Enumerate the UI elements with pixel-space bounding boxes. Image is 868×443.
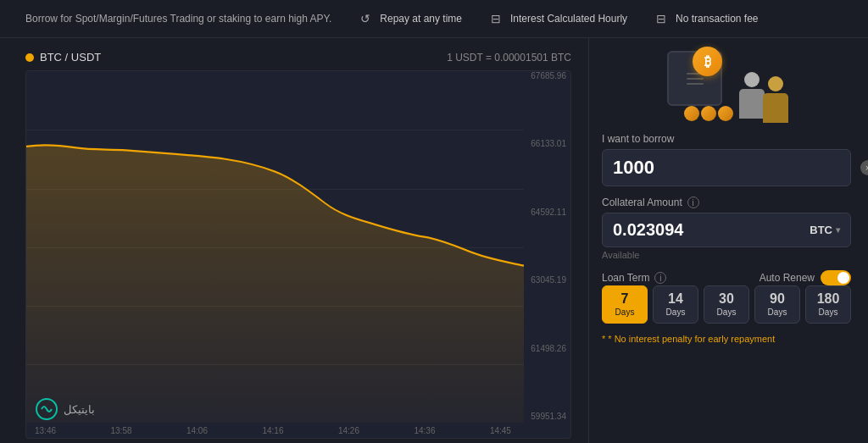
feature-no-fee: ⊟ No transaction fee	[653, 10, 758, 27]
x-label-7: 14:45	[490, 426, 511, 435]
loan-term-left: Loan Term i	[602, 272, 666, 284]
hourly-icon: ⊟	[487, 10, 504, 27]
pair-label: BTC / USDT	[25, 51, 101, 64]
y-label-2: 66133.01	[531, 139, 566, 148]
day-label-7: Days	[615, 307, 635, 317]
x-label-4: 14:16	[262, 426, 283, 435]
chart-x-labels: 13:46 13:58 14:06 14:16 14:26 14:36 14:4…	[35, 426, 511, 435]
pair-dot	[25, 53, 34, 62]
coin-3	[718, 106, 733, 121]
days-row: 7 Days 14 Days 30 Days 90 Days 180 Day	[602, 285, 851, 324]
toggle-knob	[837, 272, 849, 284]
borrow-amount-input[interactable]	[613, 157, 854, 179]
repay-icon: ↺	[357, 10, 374, 27]
gold-figure-body	[763, 93, 788, 123]
day-num-90: 90	[770, 292, 785, 306]
day-btn-14[interactable]: 14 Days	[653, 285, 698, 324]
y-label-4: 63045.19	[531, 275, 566, 285]
auto-renew-right: Auto Renew	[760, 270, 851, 285]
feature-repay-label: Repay at any time	[380, 13, 462, 25]
x-label-2: 13:58	[110, 426, 131, 435]
collateral-dropdown-arrow: ▾	[836, 225, 840, 235]
coins-pile	[684, 106, 733, 121]
loan-term-section: Loan Term i Auto Renew 7 Days 14 Day	[602, 270, 851, 324]
day-label-180: Days	[819, 307, 838, 317]
illustration: ₿	[602, 47, 851, 123]
feature-hourly: ⊟ Interest Calculated Hourly	[487, 10, 627, 27]
day-num-30: 30	[719, 292, 734, 306]
chart-y-labels: 67685.96 66133.01 64592.11 63045.19 6149…	[531, 71, 566, 421]
right-panel: ₿ I want to b	[588, 38, 868, 443]
auto-renew-label: Auto Renew	[760, 272, 815, 284]
loan-term-header: Loan Term i Auto Renew	[602, 270, 851, 285]
watermark-icon	[35, 397, 58, 421]
left-panel: BTC / USDT 1 USDT = 0.00001501 BTC	[0, 38, 588, 443]
day-num-7: 7	[621, 292, 629, 306]
day-btn-180[interactable]: 180 Days	[805, 285, 851, 324]
coin-1	[684, 106, 699, 121]
day-label-90: Days	[768, 307, 787, 317]
no-penalty-message: * No interest penalty for early repaymen…	[608, 334, 775, 344]
feature-repay: ↺ Repay at any time	[357, 10, 462, 27]
collateral-section: Collateral Amount i 0.023094 BTC ▾ Avail…	[602, 197, 851, 260]
vault-line-2	[687, 78, 704, 80]
rate-label: 1 USDT = 0.00001501 BTC	[447, 52, 571, 64]
auto-renew-toggle[interactable]	[821, 270, 851, 285]
day-num-180: 180	[817, 292, 840, 306]
collateral-info-icon[interactable]: i	[687, 197, 699, 208]
x-label-5: 14:26	[338, 426, 359, 435]
available-label: Available	[602, 250, 851, 260]
gold-figure-head	[768, 76, 783, 91]
clear-button[interactable]: ×	[860, 160, 868, 175]
figure-gold	[760, 76, 790, 123]
btc-coin: ₿	[693, 47, 722, 76]
y-label-6: 59951.34	[531, 412, 566, 421]
watermark: بایتیکل	[35, 397, 95, 421]
x-label-6: 14:36	[414, 426, 435, 435]
borrow-section: I want to borrow × USDT ▾	[602, 133, 851, 186]
loan-term-label: Loan Term	[602, 272, 649, 284]
day-btn-7[interactable]: 7 Days	[602, 285, 648, 324]
chart-container: 67685.96 66133.01 64592.11 63045.19 6149…	[25, 70, 571, 439]
main-content: BTC / USDT 1 USDT = 0.00001501 BTC	[0, 38, 868, 443]
y-label-1: 67685.96	[531, 71, 566, 80]
day-btn-30[interactable]: 30 Days	[704, 285, 749, 324]
price-chart	[26, 71, 524, 423]
silver-figure-head	[744, 72, 760, 87]
watermark-text: بایتیکل	[64, 403, 95, 416]
collateral-value-row: 0.023094 BTC ▾	[602, 213, 851, 247]
borrow-input-row[interactable]: × USDT ▾	[602, 149, 851, 186]
illus-container: ₿	[659, 47, 794, 123]
borrow-label: I want to borrow	[602, 133, 851, 145]
day-label-30: Days	[717, 307, 737, 317]
chart-area	[26, 145, 524, 423]
no-penalty-text: * * No interest penalty for early repaym…	[602, 334, 851, 344]
feature-hourly-label: Interest Calculated Hourly	[510, 13, 627, 25]
no-fee-icon: ⊟	[653, 10, 670, 27]
loan-term-info-icon[interactable]: i	[654, 272, 666, 284]
top-bar: Borrow for Spot/Margin/Futures Trading o…	[0, 0, 868, 38]
x-label-1: 13:46	[35, 426, 56, 435]
collateral-header-row: Collateral Amount i	[602, 197, 851, 208]
collateral-currency: BTC	[810, 224, 832, 236]
day-num-14: 14	[668, 292, 683, 306]
feature-no-fee-label: No transaction fee	[676, 13, 758, 25]
top-description: Borrow for Spot/Margin/Futures Trading o…	[25, 13, 331, 25]
collateral-currency-selector[interactable]: BTC ▾	[810, 224, 840, 236]
day-btn-90[interactable]: 90 Days	[754, 285, 800, 324]
vault-line-3	[687, 83, 704, 85]
coin-2	[701, 106, 716, 121]
pair-text: BTC / USDT	[40, 51, 101, 64]
collateral-value: 0.023094	[613, 220, 803, 240]
day-label-14: Days	[666, 307, 686, 317]
chart-header: BTC / USDT 1 USDT = 0.00001501 BTC	[25, 51, 571, 64]
x-label-3: 14:06	[186, 426, 208, 435]
collateral-label: Collateral Amount	[602, 197, 682, 208]
y-label-5: 61498.26	[531, 344, 566, 353]
y-label-3: 64592.11	[531, 208, 566, 217]
